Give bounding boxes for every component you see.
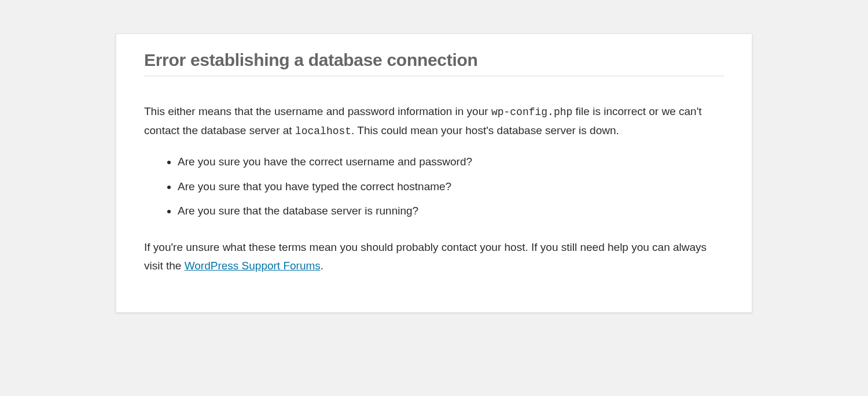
- list-item: Are you sure that you have typed the cor…: [178, 179, 724, 195]
- error-page-card: Error establishing a database connection…: [116, 34, 752, 313]
- intro-paragraph: This either means that the username and …: [144, 102, 724, 140]
- intro-text-1: This either means that the username and …: [144, 105, 491, 117]
- list-item: Are you sure that the database server is…: [178, 203, 724, 220]
- db-host-code: localhost: [295, 125, 351, 137]
- config-file-code: wp-config.php: [491, 106, 572, 118]
- closing-text-2: .: [321, 260, 323, 272]
- closing-paragraph: If you're unsure what these terms mean y…: [144, 238, 724, 276]
- support-forums-link[interactable]: WordPress Support Forums: [185, 260, 321, 272]
- intro-text-3: . This could mean your host's database s…: [351, 124, 619, 136]
- troubleshoot-checklist: Are you sure you have the correct userna…: [144, 154, 724, 220]
- list-item: Are you sure you have the correct userna…: [178, 154, 724, 171]
- page-title: Error establishing a database connection: [144, 50, 724, 76]
